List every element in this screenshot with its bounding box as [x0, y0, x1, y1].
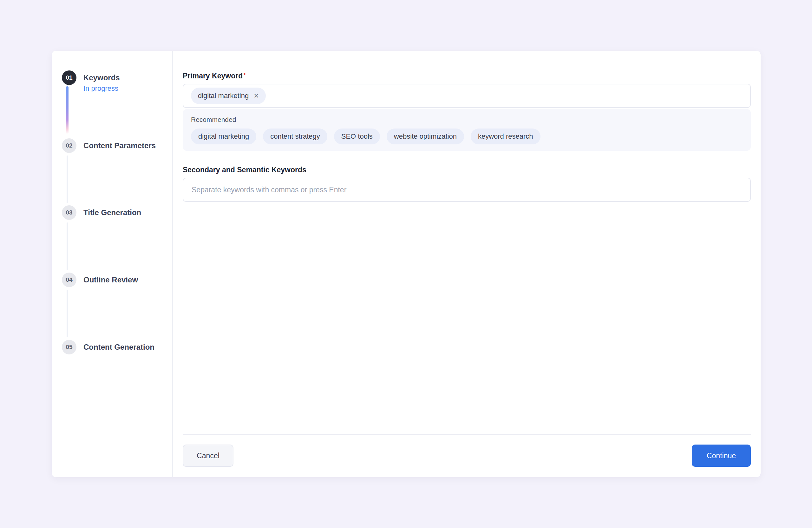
- cancel-button[interactable]: Cancel: [183, 444, 233, 467]
- required-asterisk: *: [243, 72, 246, 79]
- step-connector-active: [66, 86, 69, 134]
- step-connector: [67, 156, 68, 203]
- wizard-card: 01 Keywords In progress 02 Content Param…: [52, 51, 760, 477]
- primary-keyword-label-text: Primary Keyword: [183, 72, 243, 80]
- step-number-badge: 02: [62, 138, 76, 153]
- step-label: Content Parameters: [84, 138, 156, 153]
- primary-keyword-label: Primary Keyword*: [183, 72, 246, 80]
- keyword-form: Primary Keyword* digital marketing × Rec…: [183, 51, 751, 477]
- step-number-badge: 03: [62, 205, 76, 220]
- step-item-content-parameters[interactable]: 02 Content Parameters: [62, 138, 156, 153]
- recommended-chip[interactable]: website optimization: [387, 129, 464, 144]
- step-number-badge: 01: [62, 70, 76, 85]
- step-connector: [67, 290, 68, 337]
- selected-keyword-tag-label: digital marketing: [198, 92, 249, 100]
- secondary-keywords-input[interactable]: [183, 178, 751, 202]
- step-label: Title Generation: [84, 205, 141, 220]
- step-label: Content Generation: [84, 340, 155, 354]
- selected-keyword-tag[interactable]: digital marketing ×: [191, 88, 266, 104]
- continue-button[interactable]: Continue: [692, 444, 751, 467]
- step-label: Outline Review: [84, 273, 138, 287]
- recommended-panel: Recommended digital marketing content st…: [183, 109, 751, 151]
- recommended-chips-row: digital marketing content strategy SEO t…: [191, 129, 742, 144]
- step-number-badge: 04: [62, 273, 76, 287]
- step-item-title-generation[interactable]: 03 Title Generation: [62, 205, 141, 220]
- recommended-chip[interactable]: keyword research: [471, 129, 540, 144]
- recommended-chip[interactable]: digital marketing: [191, 129, 256, 144]
- secondary-keywords-label: Secondary and Semantic Keywords: [183, 166, 306, 174]
- steps-sidebar: 01 Keywords In progress 02 Content Param…: [52, 51, 173, 477]
- footer-divider: [183, 434, 751, 435]
- step-label: Keywords: [84, 70, 120, 85]
- step-connector: [67, 223, 68, 270]
- step-item-content-generation[interactable]: 05 Content Generation: [62, 340, 155, 354]
- step-number-badge: 05: [62, 340, 76, 354]
- step-item-outline-review[interactable]: 04 Outline Review: [62, 273, 138, 287]
- recommended-title: Recommended: [191, 116, 742, 124]
- recommended-chip[interactable]: SEO tools: [334, 129, 380, 144]
- step-item-keywords[interactable]: 01 Keywords In progress: [62, 70, 120, 93]
- recommended-chip[interactable]: content strategy: [263, 129, 327, 144]
- remove-tag-icon[interactable]: ×: [254, 92, 259, 100]
- step-status: In progress: [84, 84, 120, 93]
- primary-keyword-input[interactable]: digital marketing ×: [183, 84, 751, 108]
